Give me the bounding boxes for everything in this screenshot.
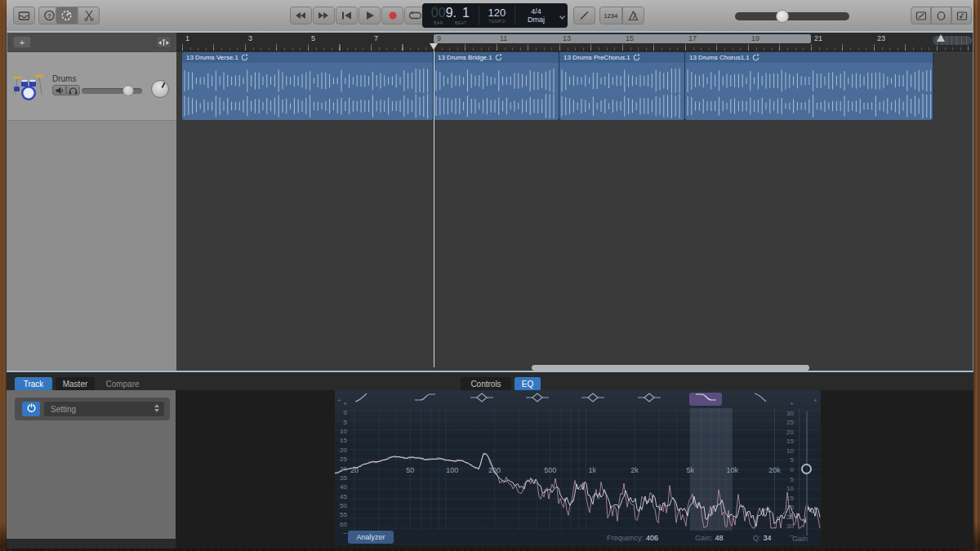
audio-region[interactable]: 13 Drums Bridge.1: [434, 52, 559, 120]
record-icon: [388, 11, 398, 20]
add-track-button[interactable]: +: [13, 36, 31, 48]
eq-frequency-label: 100: [446, 466, 458, 474]
eq-status-frequency[interactable]: Frequency:406: [607, 534, 658, 542]
lcd-beat-value: 1: [462, 6, 470, 20]
region-name: 13 Drums PreChorus.1: [564, 54, 630, 61]
lcd-bar-leading-zeros: 00: [431, 6, 446, 20]
tuner-button[interactable]: [573, 7, 595, 24]
editors-button[interactable]: [78, 7, 100, 24]
eq-status-q[interactable]: Q:34: [753, 534, 772, 542]
library-button[interactable]: [13, 7, 35, 24]
loop-browser-button[interactable]: [931, 7, 951, 24]
metronome-button[interactable]: [622, 7, 644, 24]
bell-icon: [635, 391, 663, 407]
media-browser-button[interactable]: [951, 7, 972, 24]
rewind-button[interactable]: [290, 7, 312, 24]
eq-gain-scale-label: 25: [782, 513, 794, 521]
go-to-beginning-icon: [341, 11, 352, 20]
audio-region[interactable]: 13 Drums Verse.1: [182, 52, 434, 120]
record-button[interactable]: [381, 7, 403, 24]
bar-ruler[interactable]: 135791113151719212325: [176, 33, 973, 51]
region-header[interactable]: 13 Drums Verse.1: [182, 52, 433, 63]
eq-db-scale-label: 10: [336, 428, 347, 435]
highpass-icon: [350, 391, 377, 407]
eq-db-scale-label: 25: [336, 455, 347, 463]
horizontal-zoom-slider[interactable]: [932, 35, 973, 46]
master-volume-thumb[interactable]: [776, 10, 789, 23]
eq-band-bell-button[interactable]: [521, 393, 554, 406]
go-to-beginning-button[interactable]: [336, 7, 358, 24]
setting-dropdown[interactable]: Setting: [44, 402, 164, 416]
editors-icon: [83, 10, 95, 21]
eq-frequency-label: 20: [350, 466, 359, 474]
eq-band-bell-button[interactable]: [577, 393, 609, 406]
eq-db-scale-label: +: [336, 400, 347, 407]
eq-gain-knob[interactable]: [801, 464, 812, 474]
eq-band-lowpass-button[interactable]: [746, 393, 778, 406]
horizontal-scrollbar[interactable]: [532, 365, 809, 371]
tab-compare[interactable]: Compare: [100, 377, 145, 391]
count-in-button[interactable]: 1234: [599, 7, 622, 24]
ruler-bar-number: 3: [248, 34, 252, 42]
eq-frequency-label: 500: [544, 466, 556, 474]
audio-region[interactable]: 13 Drums PreChorus.1: [559, 52, 685, 120]
bell-icon: [579, 391, 607, 407]
zoom-slider-thumb[interactable]: [937, 34, 945, 42]
catch-playhead-button[interactable]: [156, 36, 172, 48]
ruler-bar-number: 15: [626, 34, 634, 42]
library-icon: [18, 11, 30, 21]
eq-band-highpass-button[interactable]: [347, 393, 380, 406]
eq-band-highshelf-button[interactable]: [689, 393, 722, 406]
ruler-bar-number: 13: [563, 34, 571, 42]
tab-controls[interactable]: Controls: [461, 377, 511, 391]
tab-eq[interactable]: EQ: [514, 377, 541, 391]
loop-browser-icon: [936, 11, 947, 21]
eq-db-scale-label: 0: [336, 409, 347, 416]
eq-gain-scale-label: 5: [782, 456, 794, 464]
playhead-marker[interactable]: [430, 43, 438, 50]
stepper-icon: [154, 404, 159, 412]
lcd-key-signature[interactable]: 4/4 Dmaj: [515, 3, 557, 28]
plugin-power-button[interactable]: [22, 402, 40, 416]
tab-master[interactable]: Master: [56, 377, 95, 391]
eq-frequency-label: 20k: [768, 466, 781, 474]
notepad-button[interactable]: [911, 7, 931, 24]
region-header[interactable]: 13 Drums Bridge.1: [434, 52, 559, 63]
eq-db-scale-label: 40: [336, 483, 347, 491]
eq-band-bell-button[interactable]: [633, 393, 666, 406]
highshelf-icon: [692, 391, 719, 407]
eq-frequency-label: 1k: [589, 466, 597, 474]
lcd-tempo[interactable]: 120 TEMPO: [479, 3, 514, 28]
audio-region[interactable]: 13 Drums Chorus1.1: [685, 52, 933, 120]
play-button[interactable]: [359, 7, 381, 24]
tab-track[interactable]: Track: [15, 377, 52, 391]
fast-forward-button[interactable]: [313, 7, 335, 24]
eq-band-lowshelf-button[interactable]: [408, 393, 441, 406]
region-name: 13 Drums Chorus1.1: [689, 54, 750, 61]
master-volume-slider[interactable]: [735, 12, 849, 20]
visual-eq-panel[interactable]: + + +051015202530354045505560− +30252015…: [335, 390, 821, 545]
eq-db-scale-label: 5: [336, 419, 347, 426]
ruler-bar-number: 17: [688, 34, 697, 42]
toolbar: ?: [7, 0, 973, 32]
eq-band-bell-button[interactable]: [466, 393, 498, 406]
cycle-icon: [409, 11, 421, 20]
lcd-bar-label: BAR: [434, 20, 443, 25]
ruler-bar-number: 11: [500, 34, 507, 42]
eq-status-gain[interactable]: Gain:48: [695, 534, 724, 542]
drums-track-lane[interactable]: 13 Drums Verse.113 Drums Bridge.113 Drum…: [7, 52, 973, 120]
region-header[interactable]: 13 Drums Chorus1.1: [685, 52, 933, 63]
loop-icon: [633, 54, 640, 61]
lcd-time-signature: 4/4: [531, 7, 541, 16]
smart-controls-button[interactable]: [56, 7, 78, 24]
eq-gain-scale-label: 25: [782, 419, 794, 426]
desktop-wallpaper: ?: [0, 0, 980, 551]
rewind-icon: [296, 11, 307, 20]
lcd-disclosure-button[interactable]: [557, 3, 568, 28]
lcd-display[interactable]: 009.1 BAR BEAT 120 TEMPO 4/4 Dmaj: [422, 3, 568, 28]
lcd-position[interactable]: 009.1 BAR BEAT: [422, 3, 479, 28]
setting-dropdown-value: Setting: [51, 405, 76, 414]
region-header[interactable]: 13 Drums PreChorus.1: [559, 52, 684, 63]
analyzer-button[interactable]: Analyzer: [348, 531, 394, 544]
inspector-column: Setting: [7, 390, 176, 539]
